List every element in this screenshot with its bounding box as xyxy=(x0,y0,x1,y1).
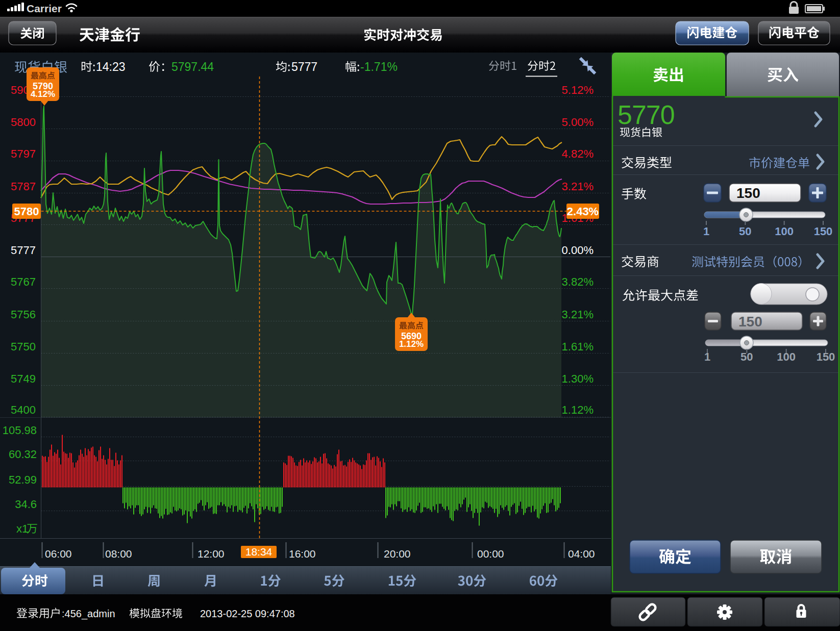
svg-text:16:00: 16:00 xyxy=(289,548,316,560)
svg-text:2.43%: 2.43% xyxy=(567,205,599,218)
svg-text:3.21%: 3.21% xyxy=(562,308,594,321)
svg-text:5800: 5800 xyxy=(11,116,36,129)
svg-text:150: 150 xyxy=(738,314,762,330)
svg-text:5777: 5777 xyxy=(11,244,36,257)
svg-text:100: 100 xyxy=(777,350,796,363)
svg-text:1.12%: 1.12% xyxy=(562,403,594,416)
svg-text:0.00%: 0.00% xyxy=(562,244,594,257)
svg-text:04:00: 04:00 xyxy=(568,548,595,560)
svg-text:34.6: 34.6 xyxy=(15,498,37,511)
svg-text:5400: 5400 xyxy=(11,403,36,416)
svg-text:14:23: 14:23 xyxy=(96,60,126,73)
svg-text:150: 150 xyxy=(736,185,760,201)
svg-text:52.99: 52.99 xyxy=(9,473,37,486)
svg-text:5787: 5787 xyxy=(11,180,36,193)
svg-text:20:00: 20:00 xyxy=(384,548,411,560)
svg-text::456_admin: :456_admin xyxy=(62,608,115,620)
svg-text:08:00: 08:00 xyxy=(105,548,132,560)
svg-text:5797: 5797 xyxy=(11,147,36,160)
svg-text:5749: 5749 xyxy=(11,372,36,385)
svg-text:105.98: 105.98 xyxy=(3,424,37,437)
svg-text:150: 150 xyxy=(814,225,833,238)
svg-text:5797.44: 5797.44 xyxy=(171,60,214,73)
svg-text:5770: 5770 xyxy=(617,100,675,130)
svg-text:06:00: 06:00 xyxy=(45,548,72,560)
svg-text:4.12%: 4.12% xyxy=(31,89,55,99)
svg-text:5780: 5780 xyxy=(14,205,39,218)
svg-text:1: 1 xyxy=(704,350,710,363)
svg-text:x1: x1 xyxy=(16,522,28,535)
svg-text:150: 150 xyxy=(817,350,835,363)
svg-text:50: 50 xyxy=(739,225,751,238)
svg-text:1: 1 xyxy=(703,225,709,238)
svg-text:2013-02-25 09:47:08: 2013-02-25 09:47:08 xyxy=(200,608,295,619)
svg-text:60.32: 60.32 xyxy=(9,448,37,461)
svg-text:00:00: 00:00 xyxy=(477,548,504,560)
svg-text:1.30%: 1.30% xyxy=(562,372,594,385)
svg-text:3.21%: 3.21% xyxy=(562,180,594,193)
svg-text:5777: 5777 xyxy=(291,60,317,73)
svg-text:50: 50 xyxy=(740,350,753,363)
svg-text:1.12%: 1.12% xyxy=(399,339,424,349)
svg-text:100: 100 xyxy=(775,225,794,238)
svg-text:1.61%: 1.61% xyxy=(562,340,594,353)
svg-text:5756: 5756 xyxy=(11,308,36,321)
svg-text:5750: 5750 xyxy=(11,340,36,353)
svg-text:5.00%: 5.00% xyxy=(562,116,594,129)
svg-text:Carrier: Carrier xyxy=(27,3,62,14)
svg-text:18:34: 18:34 xyxy=(245,546,273,558)
svg-text:4.82%: 4.82% xyxy=(562,147,594,160)
svg-text:-1.71%: -1.71% xyxy=(360,60,398,73)
svg-text:3.82%: 3.82% xyxy=(562,275,594,288)
svg-text:12:00: 12:00 xyxy=(197,548,225,560)
svg-text:5.12%: 5.12% xyxy=(562,84,594,96)
svg-text:5767: 5767 xyxy=(11,275,36,288)
